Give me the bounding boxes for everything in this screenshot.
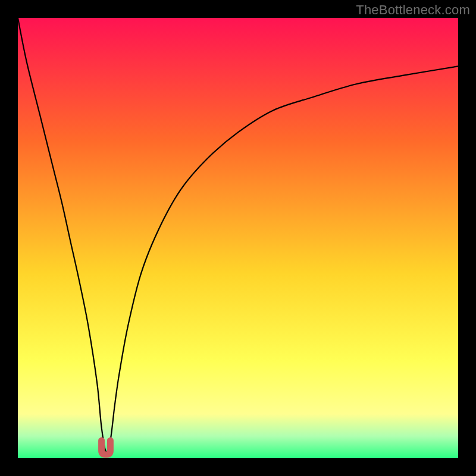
watermark-text: TheBottleneck.com [356,2,470,18]
chart-frame: TheBottleneck.com [0,0,476,476]
plot-area [18,18,458,458]
bottleneck-chart [18,18,458,458]
gradient-background [18,18,458,458]
